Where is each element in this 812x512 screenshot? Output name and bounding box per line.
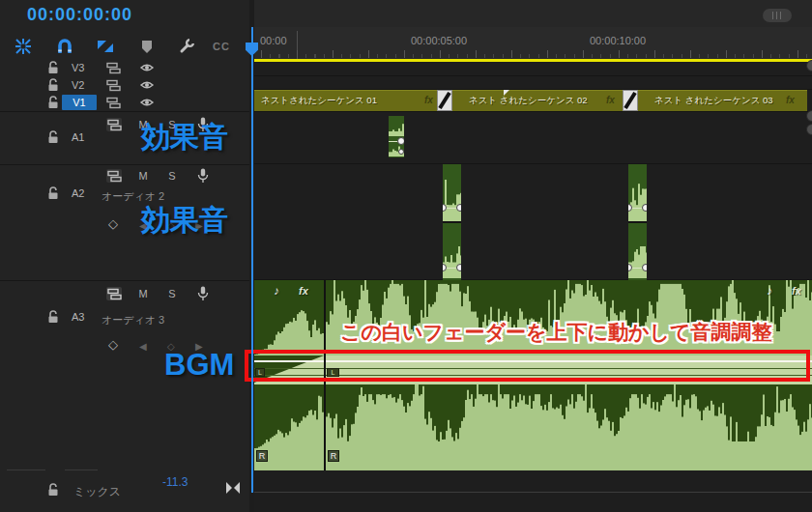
panel-edge-knob[interactable] xyxy=(806,110,812,122)
solo-button[interactable]: S xyxy=(165,288,179,299)
annotation-sfx-a2: 効果音 xyxy=(141,201,228,241)
mix-track-label[interactable]: ミックス xyxy=(73,484,121,500)
fx-badge[interactable]: fx xyxy=(424,95,433,105)
lock-icon[interactable] xyxy=(46,95,60,109)
track-label-v2[interactable]: V2 xyxy=(72,79,84,91)
track-content-a2 xyxy=(254,164,812,280)
waveform xyxy=(628,167,647,221)
lock-icon[interactable] xyxy=(46,129,60,144)
source-patch-icon[interactable] xyxy=(106,118,122,131)
audio-clip-a2-2[interactable] xyxy=(628,164,647,280)
fx-badge[interactable]: fx xyxy=(786,95,795,105)
track-content-a1 xyxy=(254,112,812,164)
cc-label: CC xyxy=(213,41,230,52)
track-output-eye-icon[interactable] xyxy=(139,62,155,75)
track-content-v2 xyxy=(254,76,812,90)
waveform-right-channel xyxy=(254,384,812,449)
track-output-eye-icon[interactable] xyxy=(139,79,155,93)
add-keyframe-icon[interactable]: ◇ xyxy=(108,216,118,231)
linked-selection-icon[interactable] xyxy=(95,37,116,56)
track-output-eye-icon[interactable] xyxy=(139,97,155,110)
source-patch-icon[interactable] xyxy=(106,287,122,300)
mute-button[interactable]: M xyxy=(136,288,150,299)
source-patch-icon[interactable] xyxy=(106,169,122,183)
timeline-area: 00:00 00:00:05:00 00:00:10:00 ネストされたシーケン… xyxy=(249,0,812,512)
audio-clip-a2-1[interactable] xyxy=(443,164,461,280)
add-marker-icon[interactable] xyxy=(136,37,158,56)
ruler-ticks-major xyxy=(261,50,810,58)
track-content-v3 xyxy=(254,63,812,76)
fx-badge[interactable]: fx xyxy=(606,95,615,105)
channel-divider xyxy=(628,221,647,223)
premiere-timeline-panel: 00:00:00:00 xyxy=(0,0,812,512)
waveform xyxy=(443,167,461,221)
timeline-settings-wrench-icon[interactable] xyxy=(176,37,197,56)
fx-badge[interactable]: fx xyxy=(299,285,308,297)
track-label-a1[interactable]: A1 xyxy=(72,131,84,143)
music-note-icon: ♪ xyxy=(767,284,772,298)
fade-handle[interactable] xyxy=(456,204,461,212)
fade-handle[interactable] xyxy=(642,264,647,271)
prev-keyframe-icon[interactable]: ◀ xyxy=(139,341,147,352)
track-label-a3[interactable]: A3 xyxy=(72,311,84,323)
source-patch-icon[interactable] xyxy=(106,62,122,75)
track-label-a2[interactable]: A2 xyxy=(72,187,84,199)
track-label-v3[interactable]: V3 xyxy=(72,62,84,73)
fade-handle[interactable] xyxy=(398,149,404,155)
mute-button[interactable]: M xyxy=(136,170,150,182)
lock-icon[interactable] xyxy=(46,482,60,497)
zoom-scrollbar-handle[interactable] xyxy=(763,9,792,22)
timeline-top-strip xyxy=(254,0,812,27)
panel-edge-knob[interactable] xyxy=(806,124,812,135)
time-ruler[interactable]: 00:00 00:00:05:00 00:00:10:00 xyxy=(254,27,812,60)
snap-magnet-icon[interactable] xyxy=(54,37,75,56)
music-note-icon: ♪ xyxy=(274,284,279,298)
channel-divider xyxy=(443,221,461,223)
fade-handle[interactable] xyxy=(642,204,647,212)
nest-sequence-icon[interactable] xyxy=(13,37,34,56)
lock-icon[interactable] xyxy=(46,309,60,324)
waveform xyxy=(389,117,404,136)
audio-clip-a1[interactable] xyxy=(389,116,404,157)
work-area-bar[interactable] xyxy=(254,59,812,62)
ruler-label-10: 00:00:10:00 xyxy=(590,35,646,46)
ruler-label-0: 00:00 xyxy=(260,35,287,46)
fade-handle[interactable] xyxy=(397,137,404,145)
annotation-bgm: BGM xyxy=(164,348,234,383)
fader-tick xyxy=(65,469,98,470)
source-patch-icon[interactable] xyxy=(106,97,122,110)
clip-nested-sequence-02[interactable]: ネスト されたシーケンス 02 fx xyxy=(446,90,629,111)
video-transition-icon[interactable] xyxy=(437,90,452,111)
lock-icon[interactable] xyxy=(46,60,60,74)
voiceover-mic-icon[interactable] xyxy=(196,168,212,182)
source-patch-icon[interactable] xyxy=(106,79,122,93)
collapse-expand-icon[interactable] xyxy=(224,481,240,495)
clip-name: ネスト されたシーケンス 03 xyxy=(654,95,773,107)
annotation-fader-note: この白いフェーダーを上下に動かして音調調整 xyxy=(340,319,771,346)
clip-name: ネストされたシーケンス 01 xyxy=(261,95,377,107)
ruler-label-5: 00:00:05:00 xyxy=(411,35,467,46)
lock-icon[interactable] xyxy=(46,185,60,200)
panel-edge-knob[interactable] xyxy=(806,60,812,71)
add-keyframe-icon[interactable]: ◇ xyxy=(108,337,118,352)
clip-nested-sequence-01[interactable]: ネストされたシーケンス 01 fx xyxy=(254,90,444,111)
track-header-panel: 00:00:00:00 xyxy=(0,0,249,512)
clip-nested-sequence-03[interactable]: ネスト されたシーケンス 03 fx xyxy=(631,90,807,111)
annotation-sfx-a1: 効果音 xyxy=(141,118,228,157)
solo-button[interactable]: S xyxy=(165,170,179,182)
playhead-line[interactable] xyxy=(251,27,253,493)
annotation-highlight-box xyxy=(245,350,810,382)
video-transition-icon[interactable] xyxy=(623,90,638,111)
mix-level-value[interactable]: -11.3 xyxy=(162,475,188,489)
playhead-timecode[interactable]: 00:00:00:00 xyxy=(27,5,132,25)
lock-icon[interactable] xyxy=(46,77,60,92)
fx-badge[interactable]: fx xyxy=(792,285,801,297)
track-name-a3[interactable]: オーディオ 3 xyxy=(102,313,164,327)
voiceover-mic-icon[interactable] xyxy=(196,286,212,299)
channel-badge-right: R xyxy=(328,450,339,462)
captions-icon[interactable]: CC xyxy=(209,37,234,56)
track-label-v1-targeted[interactable]: V1 xyxy=(62,95,97,110)
fade-handle[interactable] xyxy=(456,264,461,271)
mix-row-divider xyxy=(254,492,812,493)
fader-tick xyxy=(7,469,45,470)
